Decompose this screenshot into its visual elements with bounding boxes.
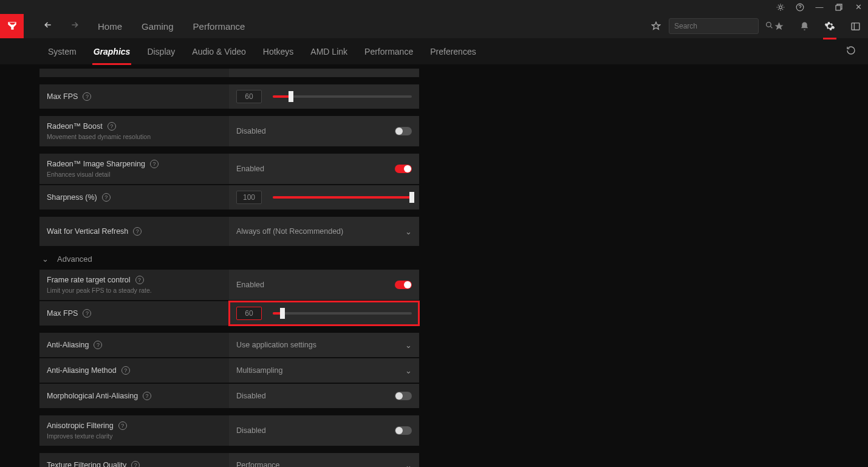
sharpness-label: Sharpness (%) xyxy=(47,193,97,202)
aa-method-dropdown[interactable]: Multisampling ⌄ xyxy=(229,358,419,383)
sharpening-toggle[interactable] xyxy=(395,165,412,173)
tex-quality-dropdown[interactable]: Performance ⌄ xyxy=(229,453,419,467)
nav-home[interactable]: Home xyxy=(88,14,132,38)
aa-label: Anti-Aliasing xyxy=(47,341,89,349)
vsync-value: Always off (Not Recommended) xyxy=(236,227,405,236)
nav-gaming[interactable]: Gaming xyxy=(132,14,183,38)
settings-content: Max FPS? Radeon™ Boost? Movement based d… xyxy=(0,65,426,467)
bug-icon[interactable] xyxy=(776,2,785,12)
minimize-icon[interactable]: — xyxy=(815,2,824,12)
tab-performance[interactable]: Performance xyxy=(356,38,422,65)
tex-quality-label: Texture Filtering Quality xyxy=(47,461,126,467)
svg-point-0 xyxy=(779,5,782,9)
help-icon[interactable]: ? xyxy=(83,92,91,101)
boost-label: Radeon™ Boost xyxy=(47,122,103,131)
tab-system[interactable]: System xyxy=(39,38,85,65)
help-icon[interactable]: ? xyxy=(94,341,102,349)
help-icon[interactable]: ? xyxy=(150,160,159,168)
sharpening-status: Enabled xyxy=(236,165,395,173)
row-image-sharpening: Radeon™ Image Sharpening? Enhances visua… xyxy=(39,154,419,184)
aniso-toggle[interactable] xyxy=(395,426,412,435)
help-icon[interactable]: ? xyxy=(83,309,91,318)
sharpness-slider[interactable] xyxy=(273,196,412,199)
row-vsync: Wait for Vertical Refresh? Always off (N… xyxy=(39,217,419,246)
help-icon[interactable]: ? xyxy=(118,421,127,430)
svg-rect-2 xyxy=(836,5,841,10)
max-fps-slider[interactable] xyxy=(273,95,412,98)
chevron-down-icon: ⌄ xyxy=(405,366,412,375)
max-fps-label: Max FPS xyxy=(47,92,78,101)
help-icon[interactable] xyxy=(795,2,805,12)
close-icon[interactable]: ✕ xyxy=(853,2,863,12)
bell-icon[interactable] xyxy=(791,14,817,38)
row-max-fps: Max FPS? xyxy=(39,84,419,109)
tab-display[interactable]: Display xyxy=(138,38,183,65)
sharpness-input[interactable] xyxy=(236,191,262,204)
row-morph-aa: Morphological Anti-Aliasing? Disabled xyxy=(39,384,419,408)
help-icon[interactable]: ? xyxy=(108,122,116,131)
window-titlebar: — ✕ xyxy=(0,0,868,14)
help-icon[interactable]: ? xyxy=(102,193,111,202)
aa-method-value: Multisampling xyxy=(236,366,405,375)
advanced-label: Advanced xyxy=(57,254,92,264)
panel-icon[interactable] xyxy=(842,14,868,38)
chevron-down-icon: ⌄ xyxy=(405,341,412,350)
reset-icon[interactable] xyxy=(834,46,868,58)
back-arrow-icon[interactable] xyxy=(35,20,61,32)
favorite-icon[interactable] xyxy=(643,14,669,38)
row-frtc: Frame rate target control? Limit your pe… xyxy=(39,270,419,300)
row-aa-method: Anti-Aliasing Method? Multisampling ⌄ xyxy=(39,358,419,383)
frtc-status: Enabled xyxy=(236,281,395,289)
search-input[interactable] xyxy=(674,22,765,30)
tab-audio-video[interactable]: Audio & Video xyxy=(183,38,254,65)
tab-graphics[interactable]: Graphics xyxy=(85,38,139,65)
max-fps-2-input[interactable] xyxy=(236,307,262,320)
row-max-fps-advanced: Max FPS? xyxy=(39,301,419,326)
tab-amd-link[interactable]: AMD Link xyxy=(302,38,356,65)
tab-preferences[interactable]: Preferences xyxy=(422,38,484,65)
settings-tabs: System Graphics Display Audio & Video Ho… xyxy=(0,38,868,65)
frtc-label: Frame rate target control xyxy=(47,276,131,284)
morph-aa-label: Morphological Anti-Aliasing xyxy=(47,392,138,400)
main-nav: Home Gaming Performance xyxy=(0,14,868,38)
row-partial-top xyxy=(39,69,419,77)
help-icon[interactable]: ? xyxy=(135,276,144,284)
vsync-dropdown[interactable]: Always off (Not Recommended) ⌄ xyxy=(229,217,419,246)
tab-hotkeys[interactable]: Hotkeys xyxy=(255,38,302,65)
forward-arrow-icon[interactable] xyxy=(61,20,88,32)
row-radeon-boost: Radeon™ Boost? Movement based dynamic re… xyxy=(39,116,419,146)
help-icon[interactable]: ? xyxy=(133,227,142,236)
boost-toggle[interactable] xyxy=(395,127,412,135)
aa-method-label: Anti-Aliasing Method xyxy=(47,366,117,375)
boost-status: Disabled xyxy=(236,127,395,135)
max-fps-input[interactable] xyxy=(236,90,262,103)
settings-icon[interactable] xyxy=(817,14,842,38)
aa-value: Use application settings xyxy=(236,341,405,349)
chevron-down-icon: ⌄ xyxy=(405,461,412,468)
morph-aa-toggle[interactable] xyxy=(395,392,412,400)
max-fps-2-label: Max FPS xyxy=(47,309,78,318)
amd-logo[interactable] xyxy=(0,14,24,38)
row-texture-quality: Texture Filtering Quality? Performance ⌄ xyxy=(39,453,419,467)
advanced-section-toggle[interactable]: ⌄ Advanced xyxy=(39,247,419,270)
row-anti-aliasing: Anti-Aliasing? Use application settings … xyxy=(39,333,419,357)
help-icon[interactable]: ? xyxy=(121,366,130,375)
chevron-down-icon: ⌄ xyxy=(42,254,49,264)
nav-performance[interactable]: Performance xyxy=(183,14,255,38)
help-icon[interactable]: ? xyxy=(131,461,140,467)
star-icon[interactable] xyxy=(766,14,791,38)
aniso-label: Anisotropic Filtering xyxy=(47,421,114,430)
frtc-sub: Limit your peak FPS to a steady rate. xyxy=(47,287,222,294)
help-icon[interactable]: ? xyxy=(143,392,151,400)
frtc-toggle[interactable] xyxy=(395,281,412,289)
row-sharpness: Sharpness (%)? xyxy=(39,185,419,210)
max-fps-2-slider[interactable] xyxy=(273,312,412,315)
boost-sub: Movement based dynamic resolution xyxy=(47,133,222,140)
aniso-status: Disabled xyxy=(236,426,395,435)
search-box[interactable] xyxy=(669,18,759,34)
row-anisotropic: Anisotropic Filtering? Improves texture … xyxy=(39,415,419,446)
aa-dropdown[interactable]: Use application settings ⌄ xyxy=(229,333,419,357)
sharpening-label: Radeon™ Image Sharpening xyxy=(47,160,145,168)
maximize-icon[interactable] xyxy=(834,2,844,12)
morph-aa-status: Disabled xyxy=(236,392,395,400)
